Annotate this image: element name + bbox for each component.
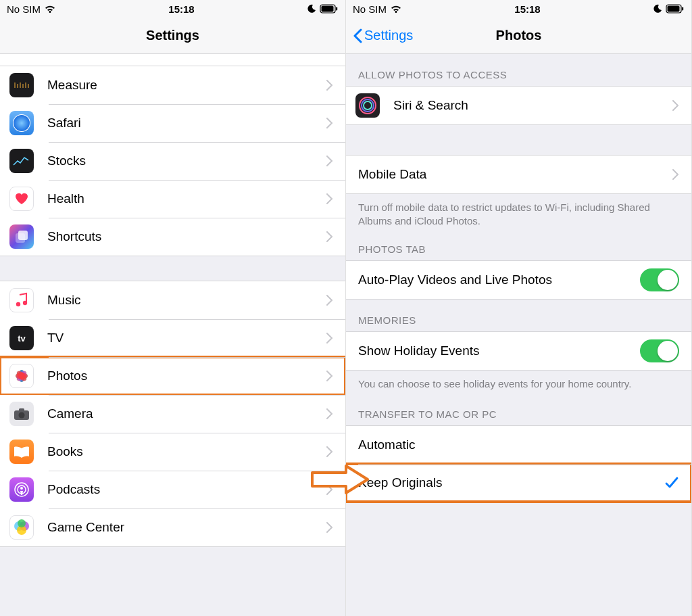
chevron-right-icon — [326, 446, 333, 457]
battery-icon — [320, 4, 339, 14]
checkmark-icon — [664, 475, 679, 490]
gamecenter-icon — [9, 515, 34, 540]
settings-group-2: Music tv TV Photos Camera — [0, 281, 345, 547]
clock: 15:18 — [514, 3, 540, 15]
toggle-autoplay[interactable] — [640, 268, 679, 291]
row-transfer-automatic[interactable]: Automatic — [346, 426, 691, 464]
row-siri-search[interactable]: Siri & Search — [346, 87, 691, 124]
carrier-text: No SIM — [353, 3, 387, 15]
carrier-text: No SIM — [7, 3, 41, 15]
books-icon — [9, 440, 34, 464]
chevron-right-icon — [326, 484, 333, 495]
section-header-photos-tab: PHOTOS TAB — [346, 234, 691, 260]
row-transfer-keep-originals[interactable]: Keep Originals — [346, 464, 691, 502]
dnd-moon-icon — [307, 4, 316, 14]
health-icon — [9, 187, 34, 211]
row-label: TV — [47, 331, 326, 346]
row-label: Mobile Data — [358, 167, 672, 182]
safari-icon — [9, 111, 34, 135]
page-title: Photos — [496, 28, 542, 43]
settings-row-camera[interactable]: Camera — [0, 395, 345, 433]
chevron-right-icon — [326, 408, 333, 419]
settings-row-music[interactable]: Music — [0, 281, 345, 319]
section-header-access: ALLOW PHOTOS TO ACCESS — [346, 54, 691, 86]
chevron-right-icon — [326, 156, 333, 166]
phone-right: No SIM 15:18 Settings Photos ALLOW PHOTO… — [346, 0, 692, 616]
stocks-icon — [9, 149, 34, 173]
page-title: Settings — [146, 28, 199, 43]
status-bar: No SIM 15:18 — [0, 0, 345, 18]
settings-list[interactable]: Measure Safari Stocks — [0, 54, 345, 616]
row-label: Show Holiday Events — [358, 343, 640, 358]
settings-row-tv[interactable]: tv TV — [0, 319, 345, 357]
section-header-transfer: TRANSFER TO MAC OR PC — [346, 396, 691, 425]
chevron-right-icon — [326, 333, 333, 343]
row-label: Camera — [47, 406, 326, 421]
chevron-right-icon — [672, 100, 679, 111]
settings-row-podcasts[interactable]: Podcasts — [0, 471, 345, 508]
row-label: Podcasts — [47, 482, 326, 497]
siri-icon — [355, 93, 380, 118]
wifi-icon — [390, 4, 402, 14]
row-label: Photos — [47, 369, 326, 383]
row-label: Music — [47, 293, 326, 308]
svg-point-35 — [18, 519, 26, 527]
phone-left: No SIM 15:18 Settings Measure — [0, 0, 346, 616]
section-header-memories: MEMORIES — [346, 300, 691, 331]
svg-point-16 — [16, 302, 20, 306]
settings-row-safari[interactable]: Safari — [0, 104, 345, 142]
row-label: Game Center — [47, 520, 326, 535]
back-label: Settings — [364, 28, 413, 43]
toggle-holiday[interactable] — [640, 339, 679, 362]
row-label: Health — [47, 191, 326, 206]
row-holiday-events[interactable]: Show Holiday Events — [346, 332, 691, 370]
svg-point-17 — [23, 301, 27, 305]
podcasts-icon — [9, 477, 34, 502]
photos-settings-list[interactable]: ALLOW PHOTOS TO ACCESS Siri & Search Mob… — [346, 54, 691, 616]
row-autoplay[interactable]: Auto-Play Videos and Live Photos — [346, 261, 691, 299]
chevron-right-icon — [326, 193, 333, 204]
row-label: Automatic — [358, 437, 679, 452]
clock: 15:18 — [168, 3, 194, 15]
group-spacer — [0, 256, 345, 281]
row-label: Auto-Play Videos and Live Photos — [358, 273, 640, 287]
filler — [0, 547, 345, 616]
svg-rect-15 — [18, 231, 28, 240]
svg-rect-38 — [682, 7, 683, 11]
dnd-moon-icon — [653, 4, 662, 14]
tv-icon: tv — [9, 326, 34, 350]
photos-icon — [9, 364, 34, 388]
wifi-icon — [44, 4, 56, 14]
chevron-right-icon — [326, 371, 333, 381]
mobile-data-footer: Turn off mobile data to restrict updates… — [346, 194, 691, 234]
svg-rect-37 — [667, 6, 679, 12]
row-label: Stocks — [47, 153, 326, 168]
settings-row-stocks[interactable]: Stocks — [0, 142, 345, 180]
partial-row-above — [0, 54, 345, 66]
nav-bar-settings: Settings — [0, 18, 345, 54]
status-bar: No SIM 15:18 — [346, 0, 691, 18]
holiday-footer: You can choose to see holiday events for… — [346, 371, 691, 396]
settings-row-gamecenter[interactable]: Game Center — [0, 508, 345, 546]
battery-icon — [666, 4, 685, 14]
settings-row-health[interactable]: Health — [0, 180, 345, 218]
svg-point-41 — [364, 101, 372, 110]
settings-group-1: Measure Safari Stocks — [0, 66, 345, 256]
spacer — [346, 125, 691, 155]
chevron-right-icon — [326, 118, 333, 128]
svg-rect-2 — [336, 7, 337, 11]
settings-row-photos[interactable]: Photos — [0, 357, 345, 395]
row-label: Siri & Search — [393, 98, 672, 113]
row-label: Shortcuts — [47, 229, 326, 244]
back-button[interactable]: Settings — [353, 18, 413, 53]
settings-row-books[interactable]: Books — [0, 433, 345, 471]
settings-row-shortcuts[interactable]: Shortcuts — [0, 218, 345, 256]
settings-row-measure[interactable]: Measure — [0, 66, 345, 104]
chevron-right-icon — [672, 169, 679, 180]
svg-rect-3 — [13, 81, 30, 89]
svg-point-27 — [19, 412, 25, 419]
row-label: Measure — [47, 78, 326, 93]
row-label: Safari — [47, 116, 326, 131]
row-mobile-data[interactable]: Mobile Data — [346, 156, 691, 193]
svg-point-31 — [20, 487, 23, 490]
